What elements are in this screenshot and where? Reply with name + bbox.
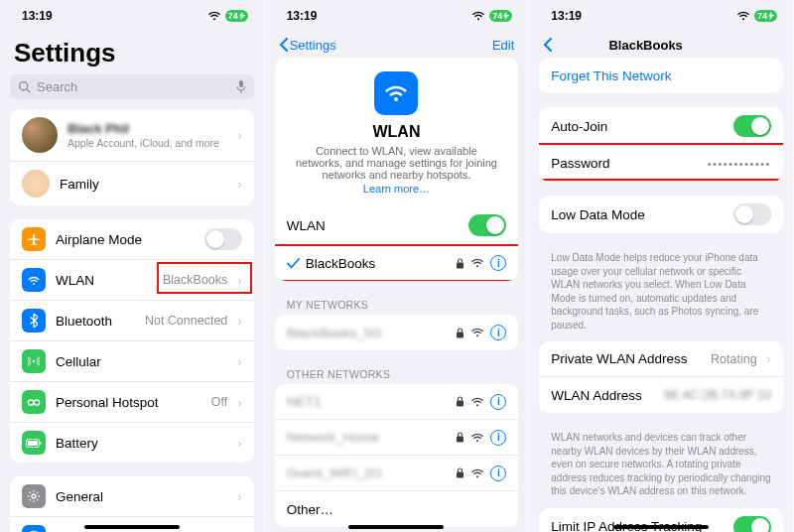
home-indicator[interactable]	[84, 525, 180, 529]
svg-point-9	[32, 494, 36, 498]
svg-rect-33	[457, 332, 463, 337]
other-networks-header: OTHER NETWORKS	[275, 364, 519, 384]
learn-more-link[interactable]: Learn more…	[293, 183, 501, 195]
back-button[interactable]	[543, 38, 552, 52]
my-networks-header: MY NETWORKS	[275, 295, 519, 315]
airplane-icon	[22, 227, 46, 251]
lock-icon	[456, 328, 464, 338]
lock-icon	[456, 396, 464, 407]
svg-rect-32	[457, 262, 463, 268]
info-icon[interactable]: i	[490, 325, 506, 340]
password-row[interactable]: Password ••••••••••••	[539, 146, 783, 182]
bluetooth-row[interactable]: Bluetooth Not Connected ›	[10, 301, 254, 341]
low-data-mode-toggle[interactable]	[733, 203, 771, 225]
wifi-icon	[736, 11, 750, 21]
general-row[interactable]: General ›	[10, 476, 254, 517]
svg-rect-8	[28, 441, 38, 446]
status-bar: 13:19 74	[529, 0, 793, 32]
chevron-right-icon: ›	[237, 128, 241, 143]
info-icon[interactable]: i	[490, 394, 506, 410]
home-indicator[interactable]	[348, 525, 444, 529]
svg-rect-2	[239, 80, 243, 87]
wifi-icon	[471, 11, 485, 21]
chevron-right-icon: ›	[237, 489, 241, 504]
info-icon[interactable]: i	[490, 255, 506, 271]
status-time: 13:19	[22, 9, 53, 23]
hotspot-row[interactable]: Personal Hotspot Off ›	[10, 382, 254, 423]
chevron-right-icon: ›	[767, 351, 771, 366]
chevron-right-icon: ›	[237, 436, 241, 451]
battery-row[interactable]: Battery ›	[10, 423, 254, 463]
gear-icon	[22, 484, 46, 508]
wlan-toggle-row[interactable]: WLAN	[275, 206, 519, 245]
chevron-right-icon: ›	[237, 395, 241, 410]
wifi-strength-icon	[470, 397, 484, 407]
forget-network-button[interactable]: Forget This Network	[539, 58, 783, 93]
wlan-hero-text: Connect to WLAN, view available networks…	[293, 145, 501, 181]
svg-point-4	[28, 399, 33, 404]
network-row[interactable]: NET1 i	[275, 384, 519, 420]
auto-join-toggle[interactable]	[733, 115, 771, 137]
wifi-app-icon	[374, 71, 418, 115]
wifi-icon	[22, 268, 46, 292]
home-indicator[interactable]	[613, 525, 709, 529]
status-bar: 13:19 74	[0, 0, 264, 32]
network-row[interactable]: Network_Home i	[275, 420, 519, 456]
page-title: BlackBooks	[552, 38, 739, 53]
info-icon[interactable]: i	[490, 466, 506, 481]
wifi-icon	[207, 11, 221, 21]
apple-account-row[interactable]: Black Phil Apple Account, iCloud, and mo…	[10, 109, 254, 162]
family-avatar	[22, 170, 50, 198]
search-icon	[18, 80, 31, 93]
limit-ip-toggle[interactable]	[733, 516, 771, 533]
svg-rect-7	[40, 442, 42, 445]
battery-badge: 74	[489, 10, 512, 22]
connected-network-row[interactable]: BlackBooks i	[275, 245, 519, 281]
bluetooth-icon	[22, 309, 46, 332]
password-value: ••••••••••••	[708, 158, 771, 170]
wifi-strength-icon	[470, 258, 484, 268]
mic-icon	[236, 80, 246, 93]
back-button[interactable]: Settings	[279, 38, 336, 53]
low-data-mode-row[interactable]: Low Data Mode	[539, 196, 783, 233]
other-network-row[interactable]: Other…	[275, 491, 519, 527]
svg-rect-34	[457, 401, 463, 407]
hotspot-icon	[22, 390, 46, 414]
chevron-right-icon: ›	[237, 273, 241, 288]
wifi-strength-icon	[470, 328, 484, 337]
low-data-mode-footer: Low Data Mode helps reduce your iPhone d…	[539, 247, 783, 341]
battery-badge: 74	[754, 10, 777, 22]
wlan-row[interactable]: WLAN BlackBooks ›	[10, 260, 254, 301]
svg-line-1	[27, 89, 30, 92]
airplane-toggle[interactable]	[204, 228, 242, 250]
chevron-right-icon: ›	[237, 177, 241, 192]
info-icon[interactable]: i	[490, 430, 506, 446]
private-address-row[interactable]: Private WLAN Address Rotating ›	[539, 341, 783, 377]
search-input[interactable]: Search	[10, 74, 254, 99]
chevron-left-icon	[279, 38, 288, 52]
network-row[interactable]: Guest_WiFi_2G i	[275, 456, 519, 491]
wlan-address-footer: WLAN networks and devices can track othe…	[539, 427, 783, 508]
wlan-toggle[interactable]	[468, 214, 506, 236]
svg-point-3	[33, 360, 36, 363]
svg-point-0	[20, 82, 28, 90]
cellular-row[interactable]: Cellular ›	[10, 341, 254, 382]
wifi-strength-icon	[470, 468, 484, 478]
svg-point-5	[34, 399, 39, 404]
family-row[interactable]: Family ›	[10, 162, 254, 205]
status-bar: 13:19 74	[265, 0, 529, 32]
checkmark-icon	[287, 258, 300, 269]
chevron-left-icon	[543, 38, 552, 52]
battery-icon	[22, 431, 46, 455]
chevron-right-icon: ›	[237, 354, 241, 369]
account-sub: Apple Account, iCloud, and more	[67, 137, 227, 149]
svg-rect-36	[457, 472, 463, 478]
page-title: Settings	[10, 32, 254, 74]
airplane-mode-row[interactable]: Airplane Mode	[10, 219, 254, 260]
accessibility-icon	[22, 525, 46, 532]
auto-join-row[interactable]: Auto-Join	[539, 107, 783, 146]
network-row[interactable]: BlackBooks_5G i	[275, 315, 519, 350]
lock-icon	[456, 467, 464, 478]
wlan-hero-title: WLAN	[293, 123, 501, 141]
edit-button[interactable]: Edit	[474, 38, 514, 53]
